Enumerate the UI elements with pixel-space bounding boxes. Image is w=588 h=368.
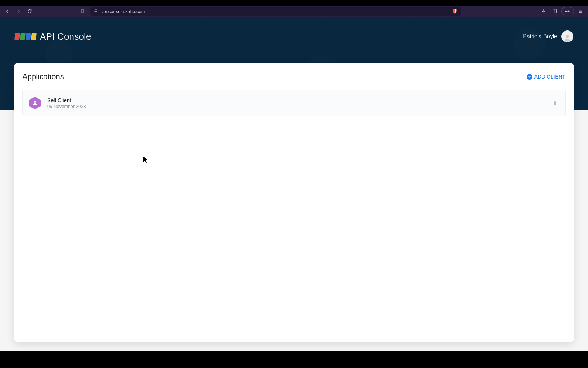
bookmark-icon[interactable] <box>78 9 86 14</box>
svg-rect-0 <box>553 9 557 13</box>
product-title: API Console <box>40 31 91 42</box>
user-name: Patricia Boyle <box>523 33 557 40</box>
separator: | <box>445 8 447 14</box>
svg-point-3 <box>568 11 570 12</box>
reader-mode-icon[interactable] <box>561 7 574 15</box>
svg-rect-4 <box>567 11 568 12</box>
card-title: Applications <box>22 72 64 81</box>
brave-shields-icon[interactable] <box>451 8 458 14</box>
self-client-icon <box>29 96 41 110</box>
add-client-button[interactable]: ADD CLIENT <box>527 74 566 80</box>
header-bar: API Console Patricia Boyle <box>15 27 573 46</box>
address-bar[interactable]: api-console.zoho.com | <box>90 7 461 16</box>
url-text: api-console.zoho.com <box>101 9 440 14</box>
svg-point-2 <box>565 11 567 12</box>
delete-application-button[interactable] <box>551 99 559 107</box>
add-client-label: ADD CLIENT <box>534 74 566 80</box>
applications-card: Applications ADD CLIENT Self Client 06 N… <box>14 63 574 342</box>
user-menu[interactable]: Patricia Boyle <box>523 30 573 42</box>
plus-circle-icon <box>527 74 532 80</box>
application-meta: Self Client 06 November 2023 <box>47 97 545 109</box>
zoho-logo-icon <box>15 33 36 40</box>
svg-point-12 <box>34 101 36 103</box>
page-viewport: API Console Patricia Boyle Applications … <box>0 17 588 351</box>
os-taskbar <box>0 351 588 368</box>
browser-menu-icon[interactable] <box>576 7 585 16</box>
forward-button[interactable] <box>14 7 23 16</box>
browser-toolbar: api-console.zoho.com | <box>0 6 588 17</box>
logo[interactable]: API Console <box>15 31 91 42</box>
card-header: Applications ADD CLIENT <box>22 72 566 81</box>
application-row[interactable]: Self Client 06 November 2023 <box>22 90 566 116</box>
site-security-icon <box>94 8 98 14</box>
reload-button[interactable] <box>25 7 34 16</box>
avatar <box>561 30 573 42</box>
sidebar-toggle-icon[interactable] <box>550 7 559 16</box>
application-date: 06 November 2023 <box>47 104 545 109</box>
browser-right-controls <box>539 7 585 16</box>
application-name: Self Client <box>47 97 545 103</box>
back-button[interactable] <box>3 7 12 16</box>
svg-point-8 <box>566 35 569 38</box>
downloads-icon[interactable] <box>539 7 548 16</box>
